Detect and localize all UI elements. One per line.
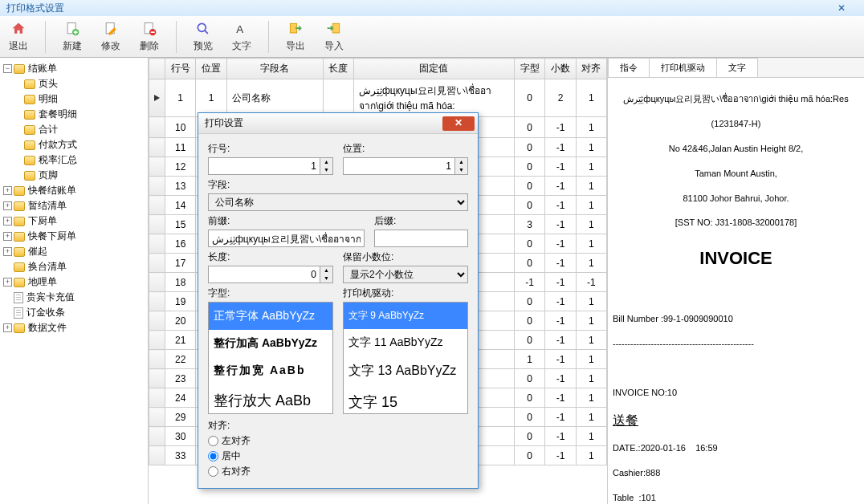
tree-sibling[interactable]: +地哩单 bbox=[2, 274, 146, 290]
grid-header[interactable]: 字型 bbox=[514, 59, 544, 79]
tree-child[interactable]: 套餐明细 bbox=[2, 107, 146, 122]
tree-child[interactable]: 税率汇总 bbox=[2, 152, 146, 168]
font-option[interactable]: 整行加宽 AaBb bbox=[209, 357, 332, 384]
tree-sibling[interactable]: +快餐下厨单 bbox=[2, 229, 146, 244]
toolbar: 退出 新建 修改 删除 预览 A 文字 导出 导入 bbox=[0, 16, 864, 58]
tree-sibling[interactable]: +催起 bbox=[2, 244, 146, 259]
edit-button[interactable]: 修改 bbox=[99, 20, 123, 53]
preview-panel: 指令 打印机驱动 文字 ثِتِرشфцкуцы요리見習い\ชื่ออาจาก\… bbox=[607, 58, 864, 504]
length-input[interactable] bbox=[208, 266, 320, 283]
preview-body: ثِتِرشфцкуцы요리見習い\ชื่ออาจาก\giới thiệu m… bbox=[608, 78, 864, 504]
driver-option[interactable]: 文字 13 AaBbYyZz bbox=[344, 356, 467, 386]
tree-sibling[interactable]: 贵宾卡充值 bbox=[2, 290, 146, 305]
suffix-input[interactable] bbox=[374, 230, 468, 247]
length-spinner[interactable]: ▲▼ bbox=[320, 266, 333, 283]
tree-sibling[interactable]: +下厨单 bbox=[2, 213, 146, 229]
preview-button[interactable]: 预览 bbox=[191, 20, 215, 53]
svg-text:A: A bbox=[236, 23, 243, 35]
tree-sibling[interactable]: 换台清单 bbox=[2, 259, 146, 274]
folder-icon bbox=[24, 156, 35, 165]
row-marker-icon bbox=[154, 95, 160, 101]
export-button[interactable]: 导出 bbox=[283, 20, 308, 53]
tree-root[interactable]: −结账单 bbox=[2, 61, 146, 76]
tab-command[interactable]: 指令 bbox=[608, 58, 650, 77]
folder-icon bbox=[14, 232, 25, 242]
tab-driver[interactable]: 打印机驱动 bbox=[649, 58, 717, 77]
window-title: 打印格式设置 bbox=[6, 2, 64, 15]
decimal-label: 保留小数位: bbox=[343, 250, 468, 264]
svg-rect-8 bbox=[332, 23, 339, 33]
print-settings-dialog: 打印设置 ✕ 行号: ▲▼ 位置: ▲▼ 字段: 公司名称 前缀: 后缀: bbox=[198, 112, 479, 489]
font-listbox[interactable]: 正常字体 AaBbYyZz整行加高 AaBbYyZz整行加宽 AaBb整行放大 … bbox=[208, 302, 333, 414]
grid-header[interactable]: 行号 bbox=[165, 59, 196, 79]
grid-header[interactable]: 对齐 bbox=[576, 59, 606, 79]
tree-child[interactable]: 明细 bbox=[2, 91, 146, 107]
folder-icon bbox=[14, 262, 25, 272]
export-icon bbox=[287, 20, 304, 38]
align-left-radio[interactable] bbox=[208, 436, 218, 446]
table-row[interactable]: 11公司名称ثِتِرشфцкуцы요리見習い\ชื่ออาจาก\giới t… bbox=[149, 79, 607, 117]
driver-option[interactable]: 文字 9 AaBbYyZz bbox=[344, 303, 467, 329]
tree-sibling[interactable]: 订金收条 bbox=[2, 305, 146, 320]
align-center-radio[interactable] bbox=[208, 451, 218, 461]
driver-option[interactable]: 文字 15 AaBbYyZz bbox=[344, 386, 467, 414]
tree-sibling[interactable]: +快餐结账单 bbox=[2, 183, 146, 198]
decimal-select[interactable]: 显示2个小数位 bbox=[343, 266, 468, 283]
grid-header[interactable]: 小数 bbox=[545, 59, 576, 79]
grid-header[interactable]: 字段名 bbox=[226, 59, 323, 79]
tree-child[interactable]: 合计 bbox=[2, 122, 146, 137]
grid-header[interactable]: 长度 bbox=[323, 59, 353, 79]
suffix-label: 后缀: bbox=[374, 214, 468, 228]
folder-icon bbox=[24, 140, 35, 150]
prefix-label: 前缀: bbox=[208, 214, 365, 228]
driver-label: 打印机驱动: bbox=[343, 287, 468, 300]
pos-spinner[interactable]: ▲▼ bbox=[455, 157, 468, 175]
tree-sibling[interactable]: +暂结清单 bbox=[2, 198, 146, 213]
tree-panel[interactable]: −结账单 页头明细套餐明细合计付款方式税率汇总页脚 +快餐结账单+暂结清单+下厨… bbox=[0, 58, 149, 504]
preview-icon bbox=[194, 20, 212, 38]
tree-child[interactable]: 付款方式 bbox=[2, 137, 146, 152]
tree-child[interactable]: 页脚 bbox=[2, 168, 146, 183]
home-icon bbox=[10, 20, 27, 38]
dialog-close-button[interactable]: ✕ bbox=[442, 116, 475, 131]
tree-child[interactable]: 页头 bbox=[2, 76, 146, 91]
import-button[interactable]: 导入 bbox=[322, 20, 346, 53]
delete-button[interactable]: 删除 bbox=[137, 20, 161, 53]
field-label: 字段: bbox=[208, 178, 468, 192]
grid-header[interactable]: 固定值 bbox=[353, 59, 514, 79]
preview-tabs: 指令 打印机驱动 文字 bbox=[608, 58, 864, 78]
length-label: 长度: bbox=[208, 250, 333, 264]
grid-header[interactable]: 位置 bbox=[196, 59, 226, 79]
import-icon bbox=[325, 20, 343, 38]
driver-option[interactable]: 文字 11 AaBbYyZz bbox=[344, 329, 467, 356]
row-spinner[interactable]: ▲▼ bbox=[320, 157, 333, 175]
text-button[interactable]: A 文字 bbox=[230, 20, 254, 53]
row-label: 行号: bbox=[208, 142, 333, 156]
row-input[interactable] bbox=[208, 157, 320, 175]
folder-icon bbox=[14, 217, 25, 226]
pos-input[interactable] bbox=[343, 157, 455, 175]
exit-button[interactable]: 退出 bbox=[6, 20, 31, 53]
window-close-button[interactable]: ✕ bbox=[825, 2, 858, 14]
dialog-title: 打印设置 bbox=[205, 116, 243, 130]
folder-icon bbox=[24, 79, 35, 89]
field-select[interactable]: 公司名称 bbox=[208, 193, 468, 211]
folder-icon bbox=[14, 247, 25, 257]
folder-icon bbox=[24, 171, 35, 181]
font-option[interactable]: 整行放大 AaBb bbox=[209, 384, 332, 414]
tab-text[interactable]: 文字 bbox=[716, 58, 758, 77]
folder-icon bbox=[24, 95, 35, 104]
font-option[interactable]: 正常字体 AaBbYyZz bbox=[209, 303, 332, 330]
align-right-radio[interactable] bbox=[208, 466, 218, 477]
file-icon bbox=[14, 292, 23, 303]
edit-icon bbox=[102, 20, 120, 38]
prefix-input[interactable] bbox=[208, 230, 365, 247]
file-icon bbox=[14, 307, 23, 319]
new-button[interactable]: 新建 bbox=[60, 20, 84, 53]
text-icon: A bbox=[233, 20, 251, 38]
folder-icon bbox=[14, 64, 25, 74]
tree-sibling[interactable]: +数据文件 bbox=[2, 320, 146, 335]
driver-listbox[interactable]: 文字 9 AaBbYyZz文字 11 AaBbYyZz文字 13 AaBbYyZ… bbox=[343, 302, 468, 414]
font-option[interactable]: 整行加高 AaBbYyZz bbox=[209, 330, 332, 357]
pos-label: 位置: bbox=[343, 142, 468, 156]
